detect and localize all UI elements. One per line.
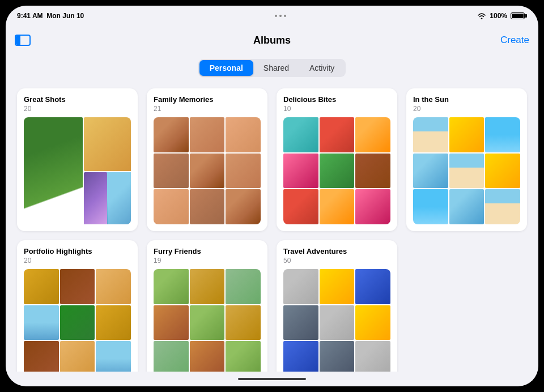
album-title-great-shots: Great Shots bbox=[24, 95, 131, 104]
album-card-in-the-sun[interactable]: In the Sun 20 bbox=[406, 88, 527, 231]
photo-cell bbox=[413, 189, 448, 224]
photo-cell bbox=[154, 189, 189, 224]
photo-cell bbox=[226, 117, 261, 152]
sidebar-icon-strip bbox=[16, 36, 20, 45]
album-card-great-shots[interactable]: Great Shots 20 bbox=[17, 88, 138, 231]
tab-activity[interactable]: Activity bbox=[299, 60, 345, 76]
photo-cell bbox=[190, 154, 225, 189]
photo-cell bbox=[283, 341, 318, 372]
status-right: 100% bbox=[477, 12, 527, 20]
photo-cell bbox=[449, 154, 484, 189]
album-count-furry-friends: 19 bbox=[154, 257, 261, 265]
photo-cell bbox=[154, 305, 189, 340]
album-mosaic-in-the-sun bbox=[413, 117, 520, 224]
battery-percentage: 100% bbox=[490, 12, 507, 20]
photo-cell bbox=[84, 117, 131, 171]
grid-layout: Great Shots 20 Family Memories 21 bbox=[17, 88, 527, 372]
album-count-family-memories: 21 bbox=[154, 105, 261, 113]
album-count-portfolio-highlights: 20 bbox=[24, 257, 131, 265]
album-card-portfolio-highlights[interactable]: Portfolio Highlights 20 bbox=[17, 240, 138, 372]
album-count-travel-adventures: 50 bbox=[283, 257, 390, 265]
nav-left[interactable] bbox=[15, 35, 31, 46]
photo-cell bbox=[355, 154, 390, 189]
photo-cell bbox=[485, 189, 520, 224]
photo-cell bbox=[449, 117, 484, 152]
photo-cell bbox=[226, 154, 261, 189]
photo-cell bbox=[154, 154, 189, 189]
nav-right: Create bbox=[500, 35, 529, 46]
dot-1 bbox=[275, 15, 277, 17]
photo-cell bbox=[60, 341, 95, 372]
photo-cell bbox=[320, 341, 355, 372]
photo-cell bbox=[24, 117, 83, 224]
photo-cell bbox=[226, 269, 261, 304]
album-mosaic-great-shots bbox=[24, 117, 131, 224]
photo-cell bbox=[320, 189, 355, 224]
album-card-family-memories[interactable]: Family Memories 21 bbox=[147, 88, 267, 231]
photo-cell bbox=[24, 269, 59, 304]
album-card-travel-adventures[interactable]: Travel Adventures 50 bbox=[277, 240, 397, 372]
album-card-furry-friends[interactable]: Furry Friends 19 bbox=[147, 240, 267, 372]
home-indicator bbox=[6, 372, 538, 386]
screen: Albums Create Personal Shared Activity G… bbox=[6, 26, 538, 372]
album-title-delicious-bites: Delicious Bites bbox=[283, 95, 390, 104]
photo-cell bbox=[226, 305, 261, 340]
photo-cell bbox=[413, 154, 448, 189]
photo-cell bbox=[320, 154, 355, 189]
photo-cell bbox=[413, 117, 448, 152]
photo-cell bbox=[320, 117, 355, 152]
photo-cell bbox=[24, 341, 59, 372]
status-time: 9:41 AM Mon Jun 10 bbox=[17, 12, 84, 20]
photo-cell bbox=[190, 341, 225, 372]
photo-cell bbox=[355, 189, 390, 224]
photo-cell bbox=[355, 117, 390, 152]
album-title-travel-adventures: Travel Adventures bbox=[283, 247, 390, 255]
album-title-furry-friends: Furry Friends bbox=[154, 247, 261, 255]
photo-cell bbox=[96, 305, 131, 340]
nav-bar: Albums Create bbox=[6, 26, 538, 54]
album-mosaic-travel-adventures bbox=[283, 269, 390, 372]
photo-cell bbox=[226, 189, 261, 224]
photo-cell bbox=[283, 269, 318, 304]
status-bar: 9:41 AM Mon Jun 10 100% bbox=[6, 6, 538, 26]
dot-2 bbox=[279, 15, 282, 17]
photo-cell bbox=[154, 117, 189, 152]
album-title-in-the-sun: In the Sun bbox=[413, 95, 520, 104]
album-mosaic-portfolio-highlights bbox=[24, 269, 131, 372]
wifi-icon bbox=[477, 12, 486, 19]
photo-cell bbox=[190, 269, 225, 304]
tab-shared[interactable]: Shared bbox=[253, 60, 299, 76]
photo-cell bbox=[154, 269, 189, 304]
photo-cell bbox=[60, 269, 95, 304]
status-center-dots bbox=[275, 15, 286, 17]
photo-cell bbox=[96, 341, 131, 372]
dot-3 bbox=[284, 15, 286, 17]
album-title-portfolio-highlights: Portfolio Highlights bbox=[24, 247, 131, 255]
photo-cell bbox=[283, 305, 318, 340]
photo-cell bbox=[320, 269, 355, 304]
albums-grid: Great Shots 20 Family Memories 21 bbox=[6, 84, 538, 372]
photo-cell bbox=[485, 117, 520, 152]
photo-cell bbox=[84, 172, 131, 225]
tab-personal[interactable]: Personal bbox=[199, 60, 253, 76]
photo-cell bbox=[283, 154, 318, 189]
page-title: Albums bbox=[253, 35, 291, 46]
ipad-frame: 9:41 AM Mon Jun 10 100% bbox=[6, 6, 538, 386]
sidebar-toggle-button[interactable] bbox=[15, 35, 31, 46]
album-title-family-memories: Family Memories bbox=[154, 95, 261, 104]
photo-cell bbox=[355, 305, 390, 340]
tabs-segment-control: Personal Shared Activity bbox=[198, 59, 346, 77]
album-card-delicious-bites[interactable]: Delicious Bites 10 bbox=[277, 88, 397, 231]
create-button[interactable]: Create bbox=[500, 35, 529, 46]
home-bar bbox=[238, 378, 306, 380]
album-mosaic-family-memories bbox=[154, 117, 261, 224]
photo-cell bbox=[96, 269, 131, 304]
photo-cell bbox=[355, 269, 390, 304]
album-count-in-the-sun: 20 bbox=[413, 105, 520, 113]
photo-cell bbox=[60, 305, 95, 340]
photo-cell bbox=[449, 189, 484, 224]
album-count-delicious-bites: 10 bbox=[283, 105, 390, 113]
photo-cell bbox=[355, 341, 390, 372]
battery-icon bbox=[511, 12, 527, 19]
album-mosaic-furry-friends bbox=[154, 269, 261, 372]
